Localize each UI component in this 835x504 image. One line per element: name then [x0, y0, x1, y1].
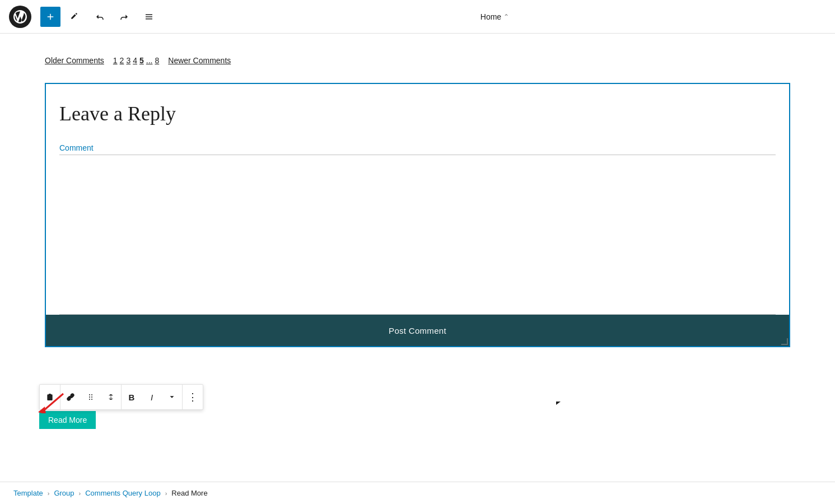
comment-label: Comment	[59, 143, 776, 152]
svg-marker-7	[38, 407, 46, 413]
post-comment-label: Post Comment	[389, 326, 446, 335]
page-3[interactable]: 3	[126, 56, 130, 65]
top-toolbar: Home ⌃	[0, 0, 835, 34]
page-2[interactable]: 2	[120, 56, 124, 65]
page-4[interactable]: 4	[133, 56, 137, 65]
svg-point-4	[89, 399, 90, 400]
page-5[interactable]: 5	[139, 56, 144, 65]
older-comments-link[interactable]: Older Comments	[45, 56, 104, 65]
newer-comments-link[interactable]: Newer Comments	[168, 56, 231, 65]
home-nav[interactable]: Home ⌃	[481, 12, 509, 21]
undo-button[interactable]	[90, 7, 110, 27]
svg-point-2	[89, 396, 90, 398]
add-block-button[interactable]	[40, 7, 60, 27]
drag-handle[interactable]	[81, 385, 101, 409]
svg-point-3	[91, 396, 92, 398]
toolbar-group-3: ⋮	[182, 385, 203, 409]
page-8[interactable]: 8	[155, 56, 159, 65]
toolbar-group-2: B I	[121, 385, 182, 409]
home-chevron-icon: ⌃	[503, 13, 509, 21]
more-options-chevron[interactable]	[162, 385, 182, 409]
move-up-down-button[interactable]	[101, 385, 121, 409]
breadcrumb-sep-3: ›	[165, 490, 167, 497]
reply-title: Leave a Reply	[59, 102, 776, 125]
comment-textarea-wrapper	[59, 155, 776, 315]
page-1[interactable]: 1	[113, 56, 118, 65]
breadcrumb-read-more: Read More	[171, 489, 207, 497]
edit-icon-button[interactable]	[65, 7, 85, 27]
breadcrumb-sep-1: ›	[48, 490, 50, 497]
nav-center: Home ⌃	[164, 12, 826, 21]
main-content: Older Comments 1 2 3 4 5 ... 8 Newer Com…	[0, 34, 835, 482]
svg-point-0	[89, 394, 90, 395]
page-numbers: 1 2 3 4 5 ... 8	[113, 56, 159, 65]
breadcrumb-group[interactable]: Group	[54, 489, 74, 497]
breadcrumb-template[interactable]: Template	[13, 489, 43, 497]
page-ellipsis: ...	[146, 56, 153, 65]
svg-point-1	[91, 394, 92, 395]
comment-textarea[interactable]	[59, 155, 776, 312]
reply-box: Leave a Reply Comment Post Comment	[45, 83, 790, 347]
svg-point-5	[91, 399, 92, 400]
menu-button[interactable]	[139, 7, 159, 27]
resize-handle[interactable]	[780, 337, 789, 346]
breadcrumb-comments-query-loop[interactable]: Comments Query Loop	[85, 489, 160, 497]
bold-button[interactable]: B	[122, 385, 142, 409]
block-options-button[interactable]: ⋮	[183, 385, 203, 409]
post-comment-bar[interactable]: Post Comment	[46, 315, 789, 346]
arrow-indicator	[32, 391, 66, 416]
redo-button[interactable]	[114, 7, 134, 27]
home-label: Home	[481, 12, 501, 21]
wordpress-logo[interactable]	[9, 6, 31, 28]
toolbar-group-1	[60, 385, 121, 409]
pagination: Older Comments 1 2 3 4 5 ... 8 Newer Com…	[45, 56, 790, 65]
breadcrumb-sep-2: ›	[79, 490, 81, 497]
breadcrumb: Template › Group › Comments Query Loop ›…	[0, 482, 835, 504]
svg-line-6	[44, 394, 63, 410]
italic-button[interactable]: I	[142, 385, 162, 409]
